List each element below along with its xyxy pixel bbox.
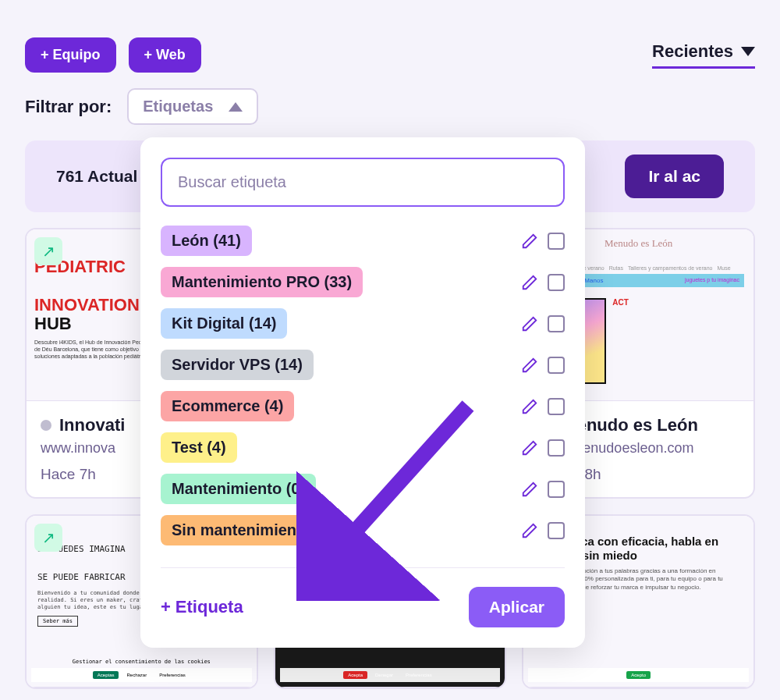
tag-row: Sin mantenimiento (0) [161, 515, 565, 545]
preview-text: ACT [612, 298, 629, 384]
add-web-button[interactable]: + Web [129, 37, 201, 73]
filter-dropdown-label: Etiquetas [143, 98, 213, 115]
tag-pill: Mantenimiento PRO (33) [161, 267, 363, 297]
preview-text: Seber más [37, 616, 78, 627]
status-dot-icon [41, 420, 51, 431]
tag-row: Mantenimiento (0) [161, 474, 565, 504]
edit-icon[interactable] [521, 522, 538, 539]
tag-checkbox[interactable] [548, 357, 565, 374]
tag-checkbox[interactable] [548, 481, 565, 498]
tag-pill: Mantenimiento (0) [161, 474, 316, 504]
open-external-icon[interactable]: ↗ [34, 237, 62, 265]
tag-row: Ecommerce (4) [161, 391, 565, 421]
tag-pill: León (41) [161, 226, 252, 256]
tag-checkbox[interactable] [548, 233, 565, 250]
add-tag-label: Etiqueta [176, 597, 243, 617]
header-actions: + Equipo + Web [25, 37, 201, 73]
edit-icon[interactable] [521, 274, 538, 291]
chevron-down-icon [741, 47, 755, 56]
tags-list: León (41)Mantenimiento PRO (33)Kit Digit… [161, 226, 565, 545]
popover-footer: + Etiqueta Aplicar [161, 567, 565, 627]
add-tag-button[interactable]: + Etiqueta [161, 597, 243, 617]
filter-row: Filtrar por: Etiquetas [0, 88, 780, 140]
edit-icon[interactable] [521, 481, 538, 498]
tag-pill: Sin mantenimiento (0) [161, 515, 346, 545]
sort-dropdown[interactable]: Recientes [652, 41, 755, 69]
cookie-bar: Acepta Denegar Preferencias [280, 668, 501, 682]
tag-checkbox[interactable] [548, 315, 565, 332]
edit-icon[interactable] [521, 233, 538, 250]
tags-popover: León (41)Mantenimiento PRO (33)Kit Digit… [140, 137, 585, 648]
edit-icon[interactable] [521, 398, 538, 415]
cookie-bar: Acepto [528, 668, 749, 682]
edit-icon[interactable] [521, 439, 538, 457]
tag-checkbox[interactable] [548, 398, 565, 415]
tag-pill: Ecommerce (4) [161, 391, 294, 421]
tag-row: Servidor VPS (14) [161, 350, 565, 380]
sort-label: Recientes [652, 41, 733, 62]
tag-search-input[interactable] [161, 158, 565, 207]
edit-icon[interactable] [521, 315, 538, 332]
tag-checkbox[interactable] [548, 522, 565, 539]
plus-icon: + [161, 597, 171, 617]
filter-label: Filtrar por: [25, 97, 112, 117]
tag-checkbox[interactable] [548, 439, 565, 457]
banner-text: 761 Actual [56, 167, 137, 186]
preview-text: Gestionar el consentimiento de las cooki… [27, 659, 257, 665]
card-title-text: Innovati [59, 415, 125, 435]
banner-cta-button[interactable]: Ir al ac [625, 155, 724, 198]
tag-row: Mantenimiento PRO (33) [161, 267, 565, 297]
tag-pill: Kit Digital (14) [161, 308, 287, 339]
open-external-icon[interactable]: ↗ [34, 524, 62, 552]
tag-row: Test (4) [161, 432, 565, 463]
tag-row: León (41) [161, 226, 565, 256]
tag-checkbox[interactable] [548, 274, 565, 291]
tag-pill: Servidor VPS (14) [161, 350, 314, 380]
header: + Equipo + Web Recientes [0, 0, 780, 88]
tag-pill: Test (4) [161, 432, 237, 463]
edit-icon[interactable] [521, 357, 538, 374]
tag-row: Kit Digital (14) [161, 308, 565, 339]
cookie-bar: Aceptas Rechazar Preferencias [31, 668, 252, 682]
add-team-button[interactable]: + Equipo [25, 37, 116, 73]
filter-dropdown[interactable]: Etiquetas [127, 88, 258, 125]
chevron-up-icon [229, 102, 243, 112]
apply-button[interactable]: Aplicar [469, 587, 565, 627]
